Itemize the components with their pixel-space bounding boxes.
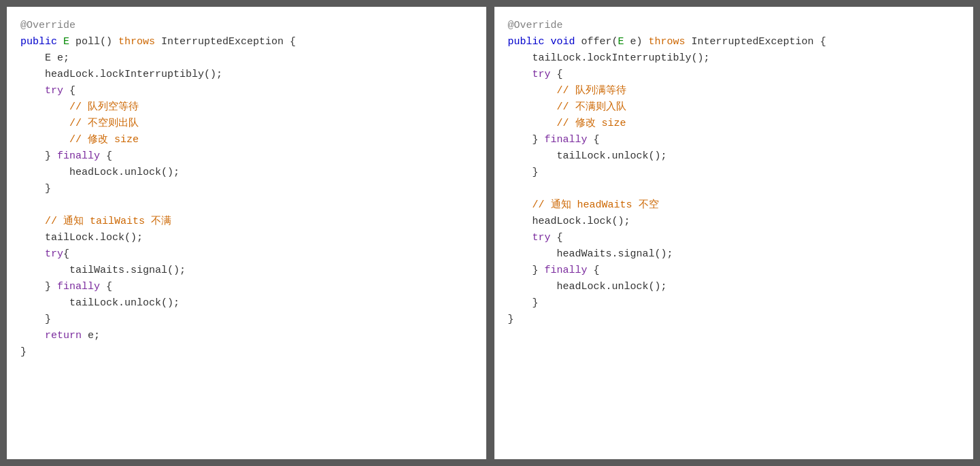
code-line: // 队列满等待 — [508, 83, 960, 99]
code-line: } finally { — [508, 132, 960, 148]
code-line: headWaits.signal(); — [508, 246, 960, 263]
code-line: } — [20, 344, 473, 361]
code-line: } — [20, 181, 473, 197]
code-line: // 通知 tailWaits 不满 — [20, 214, 473, 230]
code-line: public E poll() throws InterruptedExcept… — [20, 34, 473, 50]
code-line: E e; — [20, 50, 473, 67]
code-line: headLock.unlock(); — [20, 165, 473, 181]
code-line: } — [20, 312, 473, 328]
code-line: } finally { — [20, 279, 473, 295]
code-line: // 通知 headWaits 不空 — [508, 197, 960, 214]
code-line: return e; — [20, 328, 473, 344]
code-line: } — [508, 165, 960, 181]
code-line: public void offer(E e) throws Interrupte… — [508, 34, 960, 50]
code-line: // 不满则入队 — [508, 99, 960, 116]
code-line: @Override — [508, 18, 960, 34]
code-line: // 修改 size — [508, 116, 960, 132]
main-container: @Overridepublic E poll() throws Interrup… — [0, 0, 980, 466]
code-line: try { — [508, 67, 960, 83]
empty-line — [20, 197, 473, 214]
code-line: @Override — [20, 18, 473, 34]
code-line: // 修改 size — [20, 132, 473, 148]
code-line: headLock.lockInterruptibly(); — [20, 67, 473, 83]
code-line: // 队列空等待 — [20, 99, 473, 116]
code-line: try{ — [20, 246, 473, 263]
code-line: headLock.unlock(); — [508, 279, 960, 295]
code-line: tailWaits.signal(); — [20, 263, 473, 279]
code-line: // 不空则出队 — [20, 116, 473, 132]
left-code-panel: @Overridepublic E poll() throws Interrup… — [7, 7, 486, 459]
code-line: } — [508, 312, 960, 328]
code-line: try { — [20, 83, 473, 99]
code-line: tailLock.lock(); — [20, 230, 473, 246]
code-line: tailLock.lockInterruptibly(); — [508, 50, 960, 67]
code-line: tailLock.unlock(); — [508, 148, 960, 165]
code-line: try { — [508, 230, 960, 246]
code-line: tailLock.unlock(); — [20, 295, 473, 312]
right-code-panel: @Overridepublic void offer(E e) throws I… — [494, 7, 974, 459]
code-line: } finally { — [20, 148, 473, 165]
code-line: headLock.lock(); — [508, 214, 960, 230]
code-line: } finally { — [508, 263, 960, 279]
empty-line — [508, 181, 960, 197]
code-line: } — [508, 295, 960, 312]
